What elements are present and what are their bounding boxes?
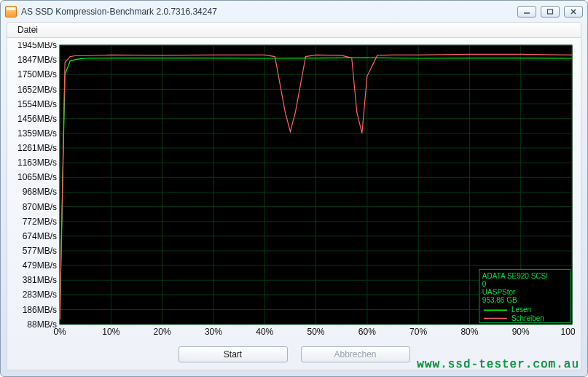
- svg-text:1652MB/s: 1652MB/s: [17, 84, 57, 94]
- svg-text:968MB/s: 968MB/s: [23, 187, 57, 197]
- svg-text:1847MB/s: 1847MB/s: [17, 55, 57, 65]
- svg-text:870MB/s: 870MB/s: [23, 202, 57, 212]
- start-button[interactable]: Start: [179, 346, 288, 362]
- svg-text:UASPStor: UASPStor: [482, 288, 516, 296]
- svg-text:10%: 10%: [102, 327, 119, 337]
- window-controls: [517, 6, 583, 18]
- svg-text:674MB/s: 674MB/s: [23, 231, 57, 241]
- svg-text:100%: 100%: [561, 327, 575, 337]
- svg-text:50%: 50%: [307, 327, 325, 337]
- cancel-button[interactable]: Abbrechen: [301, 346, 410, 362]
- svg-text:772MB/s: 772MB/s: [23, 217, 57, 227]
- svg-text:953,86 GB: 953,86 GB: [482, 296, 517, 304]
- svg-text:381MB/s: 381MB/s: [23, 275, 57, 285]
- button-row: Start Abbrechen: [7, 342, 581, 370]
- minimize-button[interactable]: [517, 6, 536, 18]
- svg-text:Schreiben: Schreiben: [511, 314, 544, 322]
- svg-text:1456MB/s: 1456MB/s: [17, 114, 57, 124]
- app-icon: [5, 6, 17, 18]
- svg-text:80%: 80%: [460, 327, 478, 337]
- window-title: AS SSD Kompression-Benchmark 2.0.7316.34…: [21, 7, 517, 17]
- svg-text:283MB/s: 283MB/s: [23, 289, 57, 300]
- svg-text:577MB/s: 577MB/s: [23, 246, 57, 256]
- menu-file[interactable]: Datei: [12, 23, 44, 36]
- svg-text:20%: 20%: [154, 327, 171, 337]
- svg-text:1163MB/s: 1163MB/s: [17, 158, 57, 168]
- svg-text:0%: 0%: [53, 327, 66, 337]
- compression-chart: 1945MB/s1847MB/s1750MB/s1652MB/s1554MB/s…: [13, 42, 575, 339]
- close-button[interactable]: [564, 6, 583, 18]
- svg-text:40%: 40%: [256, 327, 273, 337]
- svg-text:88MB/s: 88MB/s: [27, 319, 57, 330]
- svg-text:1945MB/s: 1945MB/s: [17, 42, 57, 50]
- maximize-button[interactable]: [541, 6, 560, 18]
- content-pane: 1945MB/s1847MB/s1750MB/s1652MB/s1554MB/s…: [7, 38, 581, 370]
- svg-text:186MB/s: 186MB/s: [23, 304, 57, 314]
- svg-text:60%: 60%: [358, 327, 376, 337]
- menubar: Datei: [7, 22, 581, 38]
- svg-text:Lesen: Lesen: [511, 306, 531, 314]
- svg-text:1554MB/s: 1554MB/s: [17, 99, 57, 109]
- svg-text:479MB/s: 479MB/s: [23, 260, 57, 271]
- app-window: AS SSD Kompression-Benchmark 2.0.7316.34…: [0, 0, 588, 377]
- svg-text:1359MB/s: 1359MB/s: [17, 128, 57, 139]
- svg-text:30%: 30%: [205, 327, 222, 337]
- svg-text:90%: 90%: [512, 327, 530, 337]
- svg-rect-1: [548, 9, 553, 14]
- svg-text:0: 0: [482, 280, 487, 288]
- chart-area: 1945MB/s1847MB/s1750MB/s1652MB/s1554MB/s…: [13, 42, 575, 339]
- svg-text:1261MB/s: 1261MB/s: [17, 143, 57, 153]
- svg-text:ADATA SE920 SCSI: ADATA SE920 SCSI: [482, 271, 548, 279]
- svg-text:1750MB/s: 1750MB/s: [17, 69, 57, 79]
- titlebar: AS SSD Kompression-Benchmark 2.0.7316.34…: [1, 1, 587, 22]
- svg-text:1065MB/s: 1065MB/s: [17, 172, 57, 182]
- svg-text:70%: 70%: [409, 327, 427, 337]
